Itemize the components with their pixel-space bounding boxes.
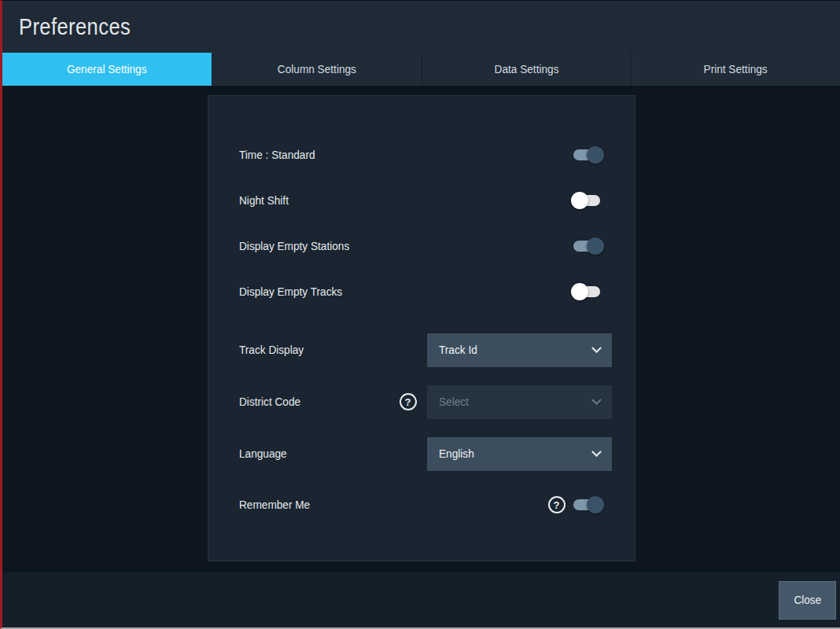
chevron-down-icon [591,447,602,457]
setting-row-track-display: Track Display Track Id [239,324,613,376]
setting-row-night-shift: Night Shift [239,178,613,223]
track-display-select[interactable]: Track Id [426,333,613,368]
display-empty-tracks-label: Display Empty Tracks [239,285,342,299]
help-glyph: ? [405,396,411,408]
toggle-knob [571,283,588,300]
tab-bar: General Settings Column Settings Data Se… [2,53,840,86]
setting-row-display-empty-tracks: Display Empty Tracks [239,269,613,314]
preferences-window: Preferences General Settings Column Sett… [0,0,840,629]
setting-row-time-standard: Time : Standard [239,132,613,178]
display-empty-stations-toggle[interactable] [573,237,601,255]
footer-bar: Close [2,572,840,627]
close-button-label: Close [794,593,821,607]
help-glyph: ? [554,499,560,511]
help-icon[interactable]: ? [400,393,417,410]
chevron-down-icon [591,343,602,353]
tab-label: General Settings [67,62,147,76]
night-shift-toggle[interactable] [573,192,601,209]
toggle-knob [587,496,604,513]
language-select[interactable]: English [426,436,613,472]
toggle-knob [587,237,604,255]
remember-me-label: Remember Me [239,498,310,512]
tab-general-settings[interactable]: General Settings [2,53,212,86]
district-code-value: Select [439,395,469,409]
time-standard-label: Time : Standard [239,148,315,162]
display-empty-tracks-toggle[interactable] [573,283,601,300]
setting-row-display-empty-stations: Display Empty Stations [239,223,613,269]
remember-me-toggle[interactable] [573,496,601,513]
setting-row-district-code: District Code ? Select [239,376,613,428]
language-label: Language [239,447,287,461]
setting-row-language: Language English [239,428,613,480]
language-value: English [439,447,474,461]
help-icon[interactable]: ? [548,496,566,513]
close-button[interactable]: Close [779,581,836,620]
setting-row-remember-me: Remember Me ? [239,480,613,530]
content-area: Time : Standard Night Shift Display Empt… [2,86,840,572]
settings-panel: Time : Standard Night Shift Display Empt… [208,95,636,561]
header: Preferences [2,1,840,53]
time-standard-toggle[interactable] [573,146,601,164]
display-empty-stations-label: Display Empty Stations [239,239,349,253]
district-code-label: District Code [239,395,300,409]
tab-label: Data Settings [494,62,558,76]
tab-print-settings[interactable]: Print Settings [631,53,840,86]
tab-column-settings[interactable]: Column Settings [212,53,421,86]
tab-data-settings[interactable]: Data Settings [422,53,631,86]
tab-label: Print Settings [704,62,768,76]
district-code-select[interactable]: Select [426,384,613,420]
tab-label: Column Settings [278,62,356,76]
track-display-label: Track Display [239,343,304,357]
toggle-knob [587,146,604,164]
night-shift-label: Night Shift [239,193,289,208]
chevron-down-icon [591,395,602,405]
toggle-knob [571,192,588,209]
page-title: Preferences [19,13,131,40]
track-display-value: Track Id [439,343,477,357]
